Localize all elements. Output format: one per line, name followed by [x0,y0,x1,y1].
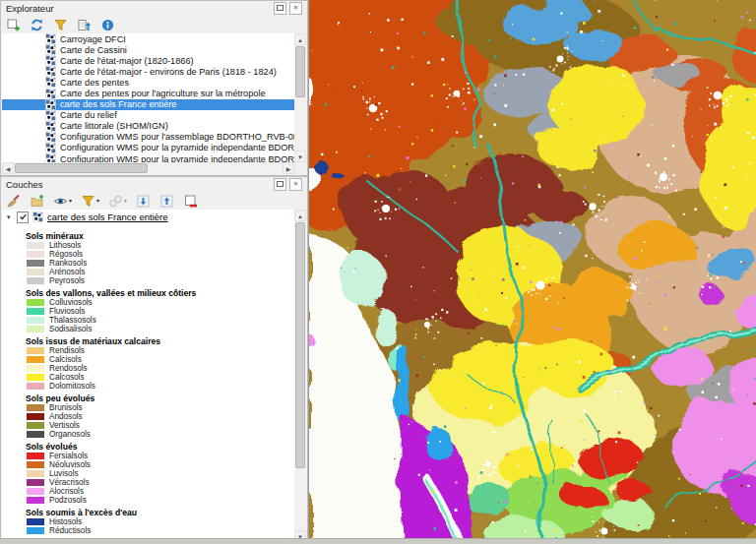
layer-styling-button[interactable] [4,192,23,211]
layer-name[interactable]: carte des sols France entière [47,212,168,222]
chevron-down-icon: ▾ [124,193,127,210]
scroll-up-icon[interactable]: ▲ [294,33,306,45]
chevron-down-icon: ▾ [96,193,99,210]
explorer-item-label: Carte de l'état-major (1820-1866) [60,56,194,66]
wms-layer-icon [45,33,56,44]
wms-layer-icon [45,77,56,88]
explorer-tree-item[interactable]: Carte de l'état-major - environs de Pari… [2,66,294,77]
explorer-tree-item[interactable]: Configuration WMS pour la pyramide indep… [2,153,294,162]
explorer-tree-item[interactable]: carte des sols France entière [2,99,294,110]
legend-item-label: Dolomitosols [49,382,95,391]
layers-close-button[interactable]: ✕ [289,178,302,191]
legend-item: Andosols [27,412,294,421]
wms-layer-icon [45,132,56,143]
expression-filter-icon [108,194,123,209]
legend-color-swatch [27,488,44,495]
expander-icon[interactable]: ▾ [7,213,17,221]
legend-color-swatch [27,453,44,459]
collapse-tree-button[interactable] [75,16,94,34]
explorer-float-button[interactable] [274,2,286,15]
explorer-tree-item[interactable]: Carte littorale (SHOM/IGN) [2,121,294,132]
wms-layer-icon [45,66,56,77]
explorer-tree-item[interactable]: Carte de Cassini [2,44,294,55]
legend-item-label: Réductisols [49,526,91,535]
filter-by-expression-button[interactable]: ▾ [106,192,129,211]
legend-group-title: Sols issus de matériaux calcaires [26,337,294,346]
qgis-window: Explorateur ✕ [0,0,756,544]
explorer-toolbar [1,15,307,35]
explorer-item-label: Configuration WMS pour l'assemblage BDOR… [60,132,294,142]
expand-all-button[interactable] [134,192,153,211]
explorer-hscrollbar[interactable]: ◀ ▶ [2,162,294,174]
layers-vscrollbar[interactable]: ▲ ▼ [294,210,306,542]
legend-item: Sodisalisols [27,325,294,333]
collapse-all-button[interactable] [158,192,176,211]
legend-color-swatch [27,413,44,420]
explorer-hscroll-thumb[interactable] [15,163,148,173]
explorer-tree-item[interactable]: Carroyage DFCI [2,33,294,44]
legend-color-swatch [27,251,44,258]
explorer-item-label: Carte de Cassini [60,45,127,55]
legend-color-swatch [27,497,44,504]
legend-item: Dolomitosols [27,382,294,391]
filter-icon [53,18,68,32]
legend-item-label: Sodisalisols [49,325,92,333]
legend-color-swatch [27,299,44,306]
filter-legend-button[interactable]: ▾ [79,192,101,211]
layers-float-button[interactable] [274,178,286,191]
paintbrush-icon [6,194,21,209]
explorer-tree-item[interactable]: Carte du relief [2,110,294,121]
legend-group-title: Sols évolués [26,443,294,452]
legend-item: Podzosols [27,496,294,505]
scroll-right-icon[interactable]: ▶ [283,162,294,174]
scroll-up-icon[interactable]: ▲ [294,210,306,221]
explorer-vscroll-thumb[interactable] [295,46,305,97]
filter-browser-button[interactable] [51,16,70,34]
legend-color-swatch [27,326,44,332]
legend-item: Vertisols [27,421,294,430]
filter-legend-icon [81,194,95,209]
layers-vscroll-thumb[interactable] [295,222,305,468]
add-group-button[interactable] [28,192,46,211]
legend-item: Régosols [27,250,294,259]
collapse-all-icon [159,194,174,209]
manage-map-themes-button[interactable]: ▾ [51,192,74,211]
explorer-item-label: Carte littorale (SHOM/IGN) [60,121,168,131]
legend-item: Lithosols [27,241,294,250]
layer-visibility-checkbox[interactable] [17,212,29,223]
remove-layer-button[interactable] [181,192,200,211]
wms-layer-icon [45,89,56,99]
legend-color-swatch [27,242,44,249]
explorer-tree-item[interactable]: Carte des pentes pour l'agriculture sur … [2,88,294,98]
map-canvas[interactable] [308,0,756,544]
legend-color-swatch [27,422,44,429]
add-favorite-button[interactable] [4,16,23,34]
explorer-close-button[interactable]: ✕ [289,2,302,15]
info-icon [100,18,115,32]
legend-color-swatch [27,404,44,411]
layer-row[interactable]: ▾ carte des sols France entière [2,210,294,223]
legend-item-label: Podzosols [49,496,87,505]
explorer-item-label: Configuration WMS pour la pyramide indep… [60,154,294,162]
legend-item-label: Fluviosols [49,307,85,316]
explorer-vscrollbar[interactable]: ▲ ▼ [294,33,306,162]
legend-item: Luvisols [27,469,294,478]
explorer-item-label: Carroyage DFCI [60,34,126,44]
explorer-item-label: Carte des pentes pour l'agriculture sur … [60,89,266,98]
legend-item-label: Régosols [49,250,83,259]
explorer-tree-item[interactable]: Configuration WMS pour l'assemblage BDOR… [2,132,294,143]
explorer-tree-item[interactable]: Configuration WMS pour la pyramide indep… [2,143,294,153]
scroll-down-icon[interactable]: ▼ [294,151,306,162]
explorer-tree-item[interactable]: Carte des pentes [2,77,294,88]
wms-layer-icon [45,44,56,55]
explorer-tree-item[interactable]: Carte de l'état-major (1820-1866) [2,55,294,66]
legend-item: Colluviosols [27,298,294,307]
scroll-left-icon[interactable]: ◀ [2,162,14,174]
properties-button[interactable] [98,16,117,34]
layers-panel-header: Couches ✕ [1,177,307,191]
legend-item: Brunisols [27,403,294,412]
legend-item-label: Rankosols [49,259,87,268]
soil-map-image [309,0,756,544]
refresh-button[interactable] [28,16,46,34]
legend-item: Organosols [27,430,294,439]
